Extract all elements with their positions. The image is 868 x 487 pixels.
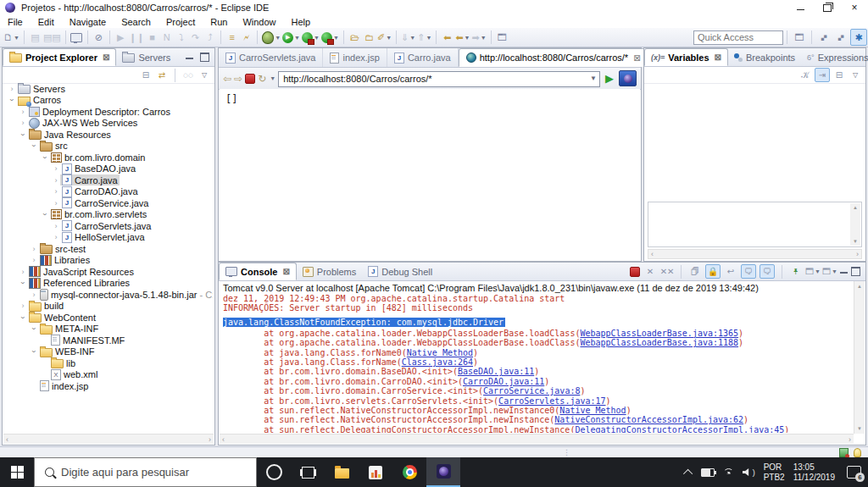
java-perspective-button[interactable]: 🙾: [833, 30, 849, 45]
url-dropdown-icon[interactable]: ▼: [590, 75, 597, 82]
resume-button[interactable]: ▶: [114, 30, 127, 45]
tree-item-package-domain[interactable]: ›br.com.livro.domain: [4, 152, 213, 163]
open-console-icon[interactable]: 🗔▼: [823, 265, 837, 278]
tree-item-carro-java[interactable]: ›Carro.java: [4, 174, 213, 186]
stacktrace-link[interactable]: CarroDAO.java:11: [463, 377, 544, 386]
tree-item-carros[interactable]: ›Carros: [4, 95, 213, 107]
tab-breakpoints[interactable]: Breakpoints: [728, 48, 801, 66]
tab-debug-shell[interactable]: Debug Shell: [362, 263, 438, 280]
close-icon[interactable]: ⊠: [282, 267, 289, 276]
menu-help[interactable]: Help: [284, 17, 319, 27]
tab-problems[interactable]: Problems: [297, 263, 362, 280]
tree-item-basedao[interactable]: ›BaseDAO.java: [4, 163, 213, 175]
back-history-button[interactable]: ⬅: [441, 30, 453, 45]
menu-run[interactable]: Run: [203, 17, 235, 27]
refresh-dropdown-icon[interactable]: ▼: [270, 75, 275, 81]
scroll-left-icon[interactable]: ‹: [651, 250, 654, 258]
stacktrace-link[interactable]: Class.java:264: [402, 357, 473, 367]
step-over-button[interactable]: ↷: [189, 30, 202, 45]
console-vertical-scrollbar[interactable]: ▲▼: [854, 281, 865, 434]
clear-console-icon[interactable]: 🗍: [688, 265, 702, 278]
tree-item-webcontent[interactable]: ›WebContent: [4, 312, 213, 324]
tree-item-web-inf[interactable]: ›WEB-INF: [4, 346, 213, 358]
focus-on-active-task-icon[interactable]: ◌◌: [181, 69, 195, 81]
coverage-button[interactable]: ▼: [302, 30, 320, 45]
collapse-all-icon[interactable]: ⊟: [832, 69, 846, 81]
link-with-editor-icon[interactable]: ⇄: [155, 69, 169, 81]
tree-item-package-servlets[interactable]: ›br.com.livro.servlets: [4, 209, 213, 221]
step-into-button[interactable]: ⤵: [175, 30, 187, 45]
tree-item-carroservice[interactable]: ›CarroService.java: [4, 197, 213, 209]
menu-edit[interactable]: Edit: [31, 17, 62, 27]
pin-editor-button[interactable]: 🗔: [496, 30, 509, 45]
close-button[interactable]: ×: [841, 0, 868, 15]
language-indicator[interactable]: POR PTB2: [764, 462, 785, 483]
menu-file[interactable]: File: [0, 17, 31, 27]
tab-index-jsp[interactable]: index.jsp: [323, 48, 387, 67]
file-explorer-button[interactable]: [325, 457, 359, 487]
tab-project-explorer[interactable]: Project Explorer ⊠: [3, 48, 116, 66]
show-hidden-icons-chevron[interactable]: [683, 468, 693, 478]
tree-item-build[interactable]: ›build: [4, 301, 213, 313]
forward-button[interactable]: ➡▼: [472, 30, 487, 45]
tree-item-carroservlets[interactable]: ›CarroServlets.java: [4, 220, 213, 232]
profile-button[interactable]: ▼: [321, 30, 339, 45]
java-ee-perspective-button[interactable]: 🙾: [816, 30, 832, 45]
explorer-horizontal-scrollbar[interactable]: ‹›: [3, 434, 214, 444]
open-type-button[interactable]: 🗁: [348, 30, 361, 45]
start-button[interactable]: [0, 457, 34, 487]
scroll-right-icon[interactable]: ›: [849, 435, 851, 444]
new-wizard-button[interactable]: 🗋▼: [3, 30, 19, 45]
show-stderr-icon[interactable]: 🗨: [760, 264, 775, 279]
scroll-up-icon[interactable]: ▲: [857, 284, 862, 289]
build-status-icon[interactable]: [839, 448, 849, 457]
pin-console-icon[interactable]: 🖈: [789, 265, 803, 278]
tree-item-src-test[interactable]: ›src-test: [4, 243, 213, 255]
stacktrace-link[interactable]: WebappClassLoaderBase.java:1365: [580, 329, 738, 338]
detail-horizontal-scrollbar[interactable]: ‹›: [648, 249, 862, 259]
terminate-button[interactable]: ■: [146, 30, 159, 45]
export-button[interactable]: ⇑▼: [417, 30, 431, 45]
display-selected-console-icon[interactable]: 🗔▼: [806, 265, 820, 278]
remove-launch-icon[interactable]: ✕: [643, 265, 657, 278]
save-button[interactable]: ▤: [29, 30, 42, 45]
clock[interactable]: 13:05 11/12/2019: [793, 462, 835, 483]
chart-app-button[interactable]: [359, 457, 392, 487]
step-return-button[interactable]: ⤴: [203, 30, 216, 45]
tree-item-index-jsp[interactable]: index.jsp: [4, 380, 213, 392]
menu-window[interactable]: Window: [235, 17, 283, 27]
eclipse-taskbar-button[interactable]: [426, 457, 460, 487]
scroll-down-icon[interactable]: ▼: [853, 239, 858, 244]
url-input[interactable]: [278, 71, 600, 87]
tree-item-meta-inf[interactable]: ›META-INF: [4, 324, 213, 335]
browser-stop-icon[interactable]: [245, 74, 255, 84]
tree-item-lib[interactable]: lib: [4, 357, 213, 369]
tree-item-javascript-resources[interactable]: ›JavaScript Resources: [4, 266, 213, 278]
maximize-view-icon[interactable]: [200, 53, 209, 62]
show-logical-structure-icon[interactable]: ⇥: [815, 68, 830, 82]
scroll-right-icon[interactable]: ›: [209, 435, 211, 444]
tree-item-helloservlet[interactable]: ›HelloServlet.java: [4, 232, 213, 244]
tab-servers[interactable]: Servers: [116, 48, 176, 66]
close-icon[interactable]: ⊠: [715, 53, 721, 62]
tips-lamp-icon[interactable]: [854, 448, 861, 457]
tab-carro-java[interactable]: Carro.java: [387, 48, 459, 67]
browser-back-icon[interactable]: ⇦: [223, 73, 231, 85]
console-horizontal-scrollbar[interactable]: ‹›: [220, 434, 854, 444]
minimize-view-icon[interactable]: [186, 55, 193, 59]
minimize-view-icon[interactable]: [840, 269, 848, 274]
view-menu-button[interactable]: ≡: [225, 30, 238, 45]
cortana-button[interactable]: [257, 457, 291, 487]
open-resource-button[interactable]: 🗀: [363, 30, 376, 45]
restore-button[interactable]: [814, 0, 841, 15]
stacktrace-link[interactable]: Native Method: [407, 348, 473, 357]
tree-item-src[interactable]: ›src: [4, 141, 213, 152]
scroll-down-icon[interactable]: ▼: [857, 426, 862, 431]
terminate-icon[interactable]: [630, 267, 640, 277]
stacktrace-link[interactable]: CarroService.java:8: [483, 386, 580, 396]
tree-item-referenced-libraries[interactable]: ›Referenced Libraries: [4, 278, 213, 290]
show-stdout-icon[interactable]: 🗨: [741, 264, 756, 279]
view-menu-chevron-icon[interactable]: ▽: [849, 69, 862, 81]
tab-console[interactable]: Console ⊠: [219, 263, 297, 280]
menu-navigate[interactable]: Navigate: [62, 17, 114, 27]
